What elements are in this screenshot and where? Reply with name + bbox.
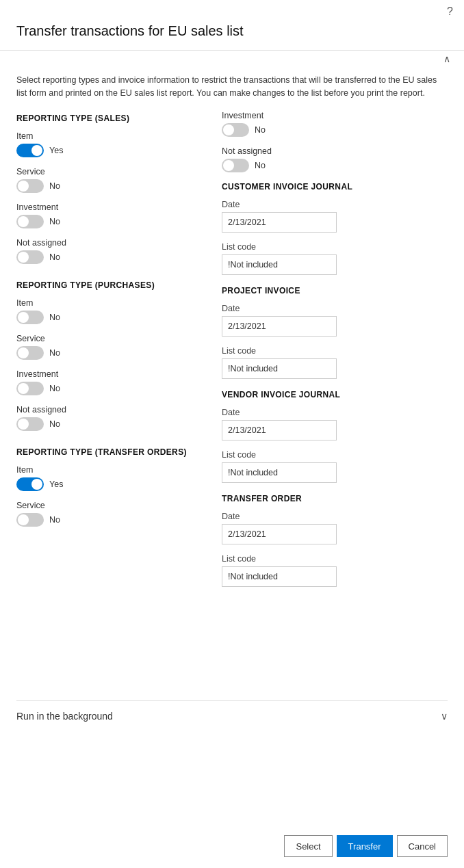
- sales-investment-field: Investment No: [16, 202, 201, 228]
- sales-item-field: Item Yes: [16, 131, 201, 157]
- purchases-investment-toggle[interactable]: [16, 382, 44, 395]
- footer-buttons: Select Transfer Cancel: [0, 824, 464, 868]
- project-invoice-date-field: Date: [222, 304, 448, 337]
- sales-notassigned-label: Not assigned: [16, 238, 201, 248]
- transfer-order-date-label: Date: [222, 512, 448, 521]
- vendor-invoice-journal-header: VENDOR INVOICE JOURNAL: [222, 390, 448, 399]
- run-in-background-section[interactable]: Run in the background ∨: [16, 700, 448, 731]
- cancel-button[interactable]: Cancel: [397, 835, 448, 857]
- sales-notassigned-field: Not assigned No: [16, 238, 201, 264]
- purchases-service-field: Service No: [16, 334, 201, 360]
- purchases-notassigned-toggle[interactable]: [16, 417, 44, 431]
- sales-right-investment-field: Investment No: [222, 111, 448, 137]
- project-invoice-listcode-input[interactable]: [222, 358, 337, 379]
- sales-right-investment-value: No: [255, 125, 266, 135]
- transfer-button[interactable]: Transfer: [337, 835, 393, 857]
- purchases-item-value: No: [49, 313, 60, 322]
- sales-item-label: Item: [16, 131, 201, 141]
- project-invoice-date-input[interactable]: [222, 316, 337, 337]
- purchases-notassigned-label: Not assigned: [16, 405, 201, 415]
- project-invoice-listcode-field: List code: [222, 346, 448, 379]
- purchases-notassigned-field: Not assigned No: [16, 405, 201, 431]
- sales-investment-label: Investment: [16, 202, 201, 212]
- transfer-item-field: Item Yes: [16, 465, 201, 491]
- sales-service-field: Service No: [16, 167, 201, 193]
- vendor-invoice-listcode-label: List code: [222, 450, 448, 460]
- project-invoice-listcode-label: List code: [222, 346, 448, 356]
- transfer-order-date-field: Date: [222, 512, 448, 544]
- transfer-order-date-input[interactable]: [222, 524, 337, 544]
- chevron-down-icon: ∨: [441, 711, 448, 722]
- sales-item-value: Yes: [49, 146, 63, 155]
- help-icon[interactable]: ?: [447, 5, 453, 18]
- sales-right-investment-label: Investment: [222, 111, 448, 120]
- purchases-notassigned-value: No: [49, 419, 60, 429]
- purchases-item-field: Item No: [16, 298, 201, 324]
- transfer-order-listcode-field: List code: [222, 554, 448, 587]
- sales-right-notassigned-field: Not assigned No: [222, 146, 448, 172]
- sales-investment-value: No: [49, 217, 60, 226]
- customer-invoice-journal-header: CUSTOMER INVOICE JOURNAL: [222, 182, 448, 192]
- customer-invoice-listcode-label: List code: [222, 242, 448, 252]
- vendor-invoice-date-input[interactable]: [222, 420, 337, 440]
- sales-service-value: No: [49, 181, 60, 191]
- reporting-type-purchases-header: REPORTING TYPE (PURCHASES): [16, 280, 201, 290]
- transfer-service-value: No: [49, 515, 60, 525]
- vendor-invoice-listcode-input[interactable]: [222, 462, 337, 483]
- reporting-type-transfer-orders-header: REPORTING TYPE (TRANSFER ORDERS): [16, 447, 201, 457]
- project-invoice-header: PROJECT INVOICE: [222, 286, 448, 295]
- reporting-type-sales-header: REPORTING TYPE (SALES): [16, 114, 201, 123]
- sales-right-notassigned-label: Not assigned: [222, 146, 448, 156]
- sales-right-notassigned-value: No: [255, 161, 266, 170]
- purchases-investment-field: Investment No: [16, 369, 201, 395]
- transfer-service-toggle[interactable]: [16, 513, 44, 527]
- purchases-service-value: No: [49, 348, 60, 358]
- collapse-icon[interactable]: ∧: [443, 53, 450, 64]
- vendor-invoice-date-field: Date: [222, 408, 448, 440]
- transfer-item-label: Item: [16, 465, 201, 475]
- sales-service-label: Service: [16, 167, 201, 176]
- transfer-order-header: TRANSFER ORDER: [222, 494, 448, 503]
- vendor-invoice-date-label: Date: [222, 408, 448, 417]
- sales-notassigned-value: No: [49, 252, 60, 262]
- transfer-item-value: Yes: [49, 479, 63, 489]
- run-in-background-label: Run in the background: [16, 711, 113, 722]
- customer-invoice-date-field: Date: [222, 200, 448, 233]
- purchases-service-toggle[interactable]: [16, 346, 44, 360]
- project-invoice-date-label: Date: [222, 304, 448, 313]
- sales-item-toggle[interactable]: [16, 144, 44, 157]
- purchases-item-label: Item: [16, 298, 201, 308]
- customer-invoice-date-label: Date: [222, 200, 448, 209]
- transfer-order-listcode-input[interactable]: [222, 566, 337, 587]
- customer-invoice-listcode-field: List code: [222, 242, 448, 275]
- transfer-item-toggle[interactable]: [16, 477, 44, 491]
- sales-service-toggle[interactable]: [16, 179, 44, 193]
- purchases-item-toggle[interactable]: [16, 311, 44, 324]
- sales-investment-toggle[interactable]: [16, 215, 44, 228]
- purchases-service-label: Service: [16, 334, 201, 343]
- purchases-investment-label: Investment: [16, 369, 201, 379]
- transfer-service-field: Service No: [16, 501, 201, 527]
- section-description: Select reporting types and invoice infor…: [0, 67, 464, 111]
- transfer-order-listcode-label: List code: [222, 554, 448, 564]
- vendor-invoice-listcode-field: List code: [222, 450, 448, 483]
- customer-invoice-listcode-input[interactable]: [222, 254, 337, 275]
- sales-right-notassigned-toggle[interactable]: [222, 159, 249, 172]
- purchases-investment-value: No: [49, 384, 60, 393]
- sales-right-investment-toggle[interactable]: [222, 123, 249, 137]
- sales-notassigned-toggle[interactable]: [16, 250, 44, 264]
- customer-invoice-date-input[interactable]: [222, 212, 337, 233]
- select-button[interactable]: Select: [284, 835, 332, 857]
- page-title: Transfer transactions for EU sales list: [0, 18, 464, 50]
- transfer-service-label: Service: [16, 501, 201, 510]
